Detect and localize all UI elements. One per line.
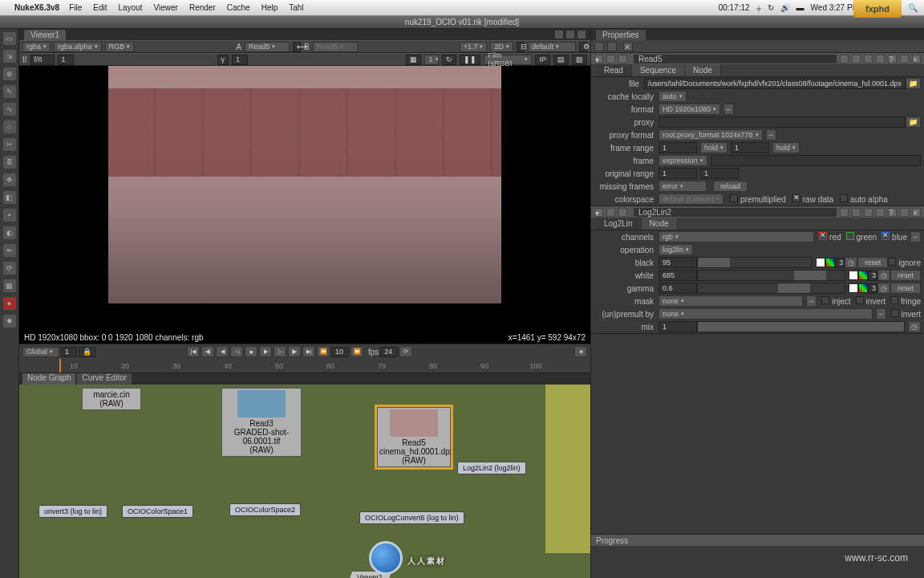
white-reset-button[interactable]: reset (890, 270, 921, 281)
origrange-start[interactable]: 1 (659, 168, 697, 179)
range-dropdown[interactable]: Global (22, 347, 59, 357)
wifi-icon[interactable]: ⏚ (756, 3, 761, 12)
swatch-white[interactable] (816, 258, 825, 267)
menu-viewer[interactable]: Viewer (154, 3, 178, 12)
expand-icon[interactable]: ✥ (3, 173, 16, 186)
close-panel-icon[interactable]: × (912, 55, 921, 63)
zoom-dropdown[interactable]: +1.7 (460, 42, 488, 52)
menubar-clock[interactable]: Wed 3:27 PM (811, 3, 859, 12)
split-3[interactable]: 3 (835, 258, 845, 268)
cache-locally-dropdown[interactable]: auto (659, 91, 687, 102)
step-fwd-icon[interactable]: ▷ (274, 346, 286, 357)
inject-checkbox[interactable] (821, 296, 829, 304)
skip-field[interactable]: 10 (331, 347, 349, 357)
close-all-icon[interactable]: ✕ (623, 42, 633, 51)
stop-icon[interactable]: ■ (245, 346, 257, 357)
volume-icon[interactable]: 🔊 (780, 3, 790, 12)
unpremult-link-icon[interactable]: – (876, 308, 886, 320)
node-graph-canvas[interactable]: marcie.cin (RAW) Read3 GRADED-shot-06.00… (19, 385, 590, 578)
collapse-icon[interactable]: ▾ (594, 208, 603, 217)
node-read3[interactable]: Read3 GRADED-shot-06.0001.tif (RAW) (221, 388, 302, 457)
view-icon[interactable]: ▦ (3, 279, 16, 292)
invert-checkbox[interactable] (856, 296, 864, 304)
node-convert3[interactable]: onvert3 (log to lin) (38, 505, 107, 518)
gear-icon[interactable]: ✹ (3, 315, 16, 328)
menu-file[interactable]: File (69, 3, 82, 12)
anim-icon3[interactable]: ◷ (877, 283, 890, 294)
collapse-icon[interactable]: ▾ (594, 55, 603, 63)
pane-close-icon[interactable] (578, 31, 586, 39)
format-dropdown[interactable]: HD 1920x1080 (659, 104, 720, 115)
tab-progress[interactable]: Progress (596, 536, 628, 545)
eye-icon[interactable] (618, 55, 627, 63)
reset-panel-icon[interactable] (840, 208, 849, 217)
close-panel-icon[interactable]: × (912, 208, 921, 217)
selector-icon[interactable]: ▭ (3, 32, 16, 45)
framerange-end[interactable]: 1 (731, 142, 769, 153)
premult-checkbox[interactable] (730, 194, 738, 202)
channels-dropdown[interactable]: rgb (659, 231, 814, 242)
undo-icon[interactable] (864, 208, 873, 217)
proxy-field[interactable] (659, 116, 906, 128)
channels-dropdown[interactable]: rgba (22, 42, 51, 52)
swatch-rgb3[interactable] (858, 283, 868, 293)
node-read5[interactable]: Read5 cinema_hd.0001.dpx (RAW) (377, 407, 451, 467)
help-icon[interactable]: ? (888, 208, 897, 217)
blue-checkbox[interactable] (881, 232, 890, 240)
b-input-dropdown[interactable]: Read5 (313, 42, 358, 52)
tab-read[interactable]: Read (596, 64, 632, 76)
colorspace-dropdown[interactable]: default (Cineon) (659, 193, 723, 205)
paint-icon[interactable]: ✏ (3, 244, 16, 257)
white-slider[interactable] (697, 270, 845, 281)
help-icon[interactable]: ? (888, 55, 897, 63)
swatch-white2[interactable] (849, 271, 858, 280)
hatch-icon[interactable]: ▨ (572, 55, 587, 65)
pane-float-icon[interactable] (555, 31, 563, 39)
format-link-icon[interactable]: – (723, 104, 734, 115)
undo-icon[interactable] (864, 55, 873, 63)
menu-render[interactable]: Render (189, 3, 216, 12)
node-ociologconvert6[interactable]: OCIOLogConvert6 (log to lin) (359, 511, 464, 524)
mask-dropdown[interactable]: none (659, 295, 803, 307)
lut-dropdown[interactable]: default (528, 42, 576, 52)
reload-button[interactable]: reload (713, 181, 748, 192)
play-back-icon[interactable]: ◁ (230, 346, 243, 357)
skip-back-icon[interactable]: ⏪ (317, 346, 330, 357)
step-back-icon[interactable]: ◀ (216, 346, 229, 357)
pause-icon[interactable]: ❚❚ (460, 55, 480, 65)
swatch-rgb2[interactable] (858, 271, 868, 280)
framerange-hold1[interactable]: hold (700, 142, 727, 153)
ip-button[interactable]: IP (535, 55, 550, 65)
frame-field[interactable]: 1 (61, 347, 77, 357)
bezier-icon[interactable]: ✎ (3, 85, 16, 98)
ignore-checkbox[interactable] (888, 258, 896, 266)
node-name-field[interactable]: Log2Lin2 (634, 208, 837, 217)
swatch-white3[interactable] (849, 283, 858, 293)
gamma-icon[interactable]: γ (217, 55, 229, 65)
fringe-checkbox[interactable] (890, 296, 898, 304)
tab-sequence[interactable]: Sequence (632, 64, 685, 76)
tab-node[interactable]: Node (685, 64, 721, 76)
file-field[interactable]: /users/tahl/Documents/work/fxphd/vfx201/… (644, 78, 906, 89)
crosshair-icon[interactable]: ⊕ (3, 67, 16, 80)
eye-icon[interactable] (618, 208, 627, 217)
green-checkbox[interactable] (846, 232, 854, 240)
node-name-field[interactable]: Read5 (634, 55, 837, 63)
save-panel-icon[interactable] (607, 42, 617, 51)
gamma-field[interactable]: 1 (232, 55, 248, 65)
gear-small-icon[interactable]: ⚙ (579, 42, 587, 52)
knife-icon[interactable]: ✂ (3, 138, 16, 151)
lock-icon[interactable]: 🔒 (79, 347, 95, 357)
pane-max-icon[interactable] (566, 31, 574, 39)
node-log2lin2[interactable]: Log2Lin2 (log2lin) (457, 462, 526, 474)
play-fwd-icon[interactable]: ▶ (259, 346, 272, 357)
battery-icon[interactable]: ▬ (796, 3, 804, 12)
loop-icon[interactable]: ⟳ (399, 346, 412, 357)
app-name[interactable]: NukeX6.3v8 (14, 3, 59, 12)
ab-toggle[interactable]: ⟷ (293, 42, 301, 52)
spotlight-icon[interactable]: 🔍 (908, 3, 918, 12)
move-icon[interactable]: ⇲ (3, 50, 16, 63)
origrange-end[interactable]: 1 (700, 168, 739, 179)
lock-panel-icon[interactable] (594, 42, 604, 51)
viewer-canvas[interactable]: HD 1920x1080 bbox: 0 0 1920 1080 channel… (19, 66, 590, 344)
